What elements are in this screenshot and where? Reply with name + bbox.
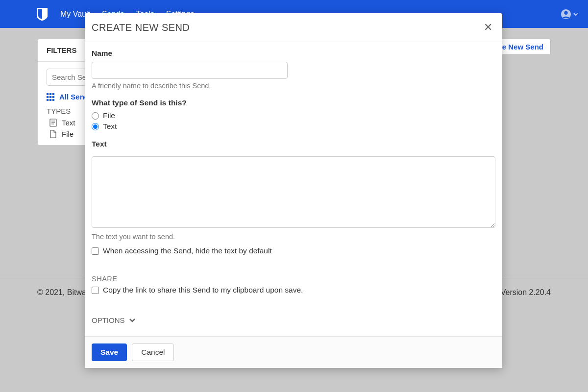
- text-label: Text: [92, 140, 495, 148]
- options-label: OPTIONS: [92, 316, 125, 324]
- radio-file[interactable]: [92, 112, 99, 120]
- text-hint: The text you want to send.: [92, 233, 495, 241]
- cancel-button[interactable]: Cancel: [132, 343, 174, 361]
- hide-text-checkbox[interactable]: [92, 247, 99, 255]
- radio-file-row[interactable]: File: [92, 111, 495, 120]
- close-icon[interactable]: ✕: [481, 21, 495, 34]
- options-toggle[interactable]: OPTIONS: [92, 316, 495, 324]
- create-send-modal: CREATE NEW SEND ✕ Name A friendly name t…: [85, 13, 502, 368]
- text-textarea[interactable]: [92, 156, 495, 228]
- radio-file-label: File: [103, 111, 115, 120]
- name-hint: A friendly name to describe this Send.: [92, 82, 495, 90]
- name-input[interactable]: [92, 62, 288, 79]
- hide-text-label: When accessing the Send, hide the text b…: [103, 246, 272, 255]
- chevron-down-icon: [129, 317, 136, 324]
- copy-link-row[interactable]: Copy the link to share this Send to my c…: [92, 286, 495, 294]
- save-button[interactable]: Save: [92, 343, 127, 361]
- modal-title: CREATE NEW SEND: [92, 22, 190, 33]
- copy-link-label: Copy the link to share this Send to my c…: [103, 286, 303, 294]
- name-label: Name: [92, 49, 495, 58]
- copy-link-checkbox[interactable]: [92, 287, 99, 294]
- modal-overlay: CREATE NEW SEND ✕ Name A friendly name t…: [0, 0, 588, 392]
- hide-text-row[interactable]: When accessing the Send, hide the text b…: [92, 246, 495, 255]
- radio-text-row[interactable]: Text: [92, 122, 495, 131]
- radio-text[interactable]: [92, 123, 99, 130]
- share-section-label: SHARE: [92, 275, 495, 283]
- radio-text-label: Text: [103, 122, 117, 131]
- type-question: What type of Send is this?: [92, 98, 495, 107]
